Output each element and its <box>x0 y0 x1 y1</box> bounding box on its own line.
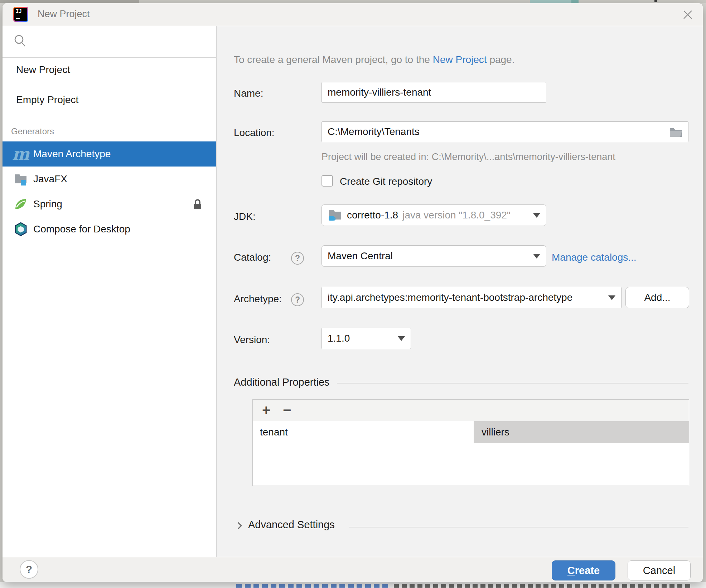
browse-folder-icon[interactable] <box>669 126 683 138</box>
dialog-titlebar[interactable]: IJ New Project <box>3 3 703 26</box>
location-input[interactable] <box>321 121 688 142</box>
additional-properties-title: Additional Properties <box>234 376 330 388</box>
manage-catalogs-link[interactable]: Manage catalogs... <box>552 252 637 263</box>
create-git-label[interactable]: Create Git repository <box>340 176 432 187</box>
location-label: Location: <box>234 127 275 139</box>
advanced-settings-toggle[interactable]: Advanced Settings <box>248 519 335 531</box>
property-value-cell[interactable]: villiers <box>474 421 689 443</box>
sidebar-item-compose-for-desktop[interactable]: Compose for Desktop <box>3 217 216 242</box>
create-button-label: Create <box>567 565 600 577</box>
jdk-combobox[interactable]: corretto-1.8 java version "1.8.0_392" <box>321 204 546 226</box>
search-icon <box>13 34 28 49</box>
compose-hexagon-icon <box>13 221 29 237</box>
background-segment <box>654 0 657 2</box>
archetype-combobox[interactable]: ity.api.archetypes:memority-tenant-boots… <box>321 287 622 308</box>
dialog-title: New Project <box>38 9 90 20</box>
close-icon[interactable] <box>682 9 693 20</box>
hint-suffix: page. <box>487 54 515 65</box>
add-archetype-button[interactable]: Add... <box>625 287 689 308</box>
background-segment <box>530 0 571 3</box>
version-value: 1.1.0 <box>328 333 350 344</box>
archetype-value: ity.api.archetypes:memority-tenant-boots… <box>328 292 572 303</box>
intellij-logo-icon: IJ <box>13 7 28 22</box>
archetype-label: Archetype: <box>234 293 282 305</box>
sidebar-item-label: Spring <box>33 198 62 210</box>
jdk-name: corretto-1.8 <box>347 209 398 221</box>
properties-toolbar <box>253 400 689 421</box>
create-git-checkbox[interactable] <box>321 175 333 187</box>
minus-icon[interactable] <box>283 400 291 421</box>
spring-leaf-icon <box>13 196 29 212</box>
clipped-background-text <box>236 584 391 588</box>
section-divider <box>349 527 688 527</box>
catalog-help-icon[interactable] <box>291 252 304 265</box>
generators-section-label: Generators <box>11 126 54 136</box>
background-window-sliver <box>0 582 706 588</box>
additional-properties-table: tenant villiers <box>252 399 689 486</box>
catalog-label: Catalog: <box>234 252 271 263</box>
name-label: Name: <box>234 88 263 99</box>
chevron-right-icon[interactable] <box>235 522 242 529</box>
generators-sidebar: New Project Empty Project Generators m M… <box>3 26 217 557</box>
create-button[interactable]: Create <box>552 560 615 580</box>
catalog-combobox[interactable]: Maven Central <box>321 245 546 267</box>
dialog-footer: ? Create Cancel <box>3 557 703 582</box>
sidebar-item-label: Maven Archetype <box>33 148 111 160</box>
sidebar-item-empty-project[interactable]: Empty Project <box>3 91 216 109</box>
sidebar-item-label: Compose for Desktop <box>33 223 130 235</box>
property-key-cell[interactable]: tenant <box>253 421 474 443</box>
archetype-help-icon[interactable] <box>291 293 304 306</box>
project-location-note: Project will be created in: C:\Memority\… <box>321 151 615 163</box>
chevron-down-icon <box>608 295 615 300</box>
background-segment <box>0 0 139 3</box>
new-project-dialog: IJ New Project New Project Empty Project… <box>2 3 703 582</box>
cancel-button[interactable]: Cancel <box>628 560 691 580</box>
section-divider <box>337 383 688 384</box>
help-button[interactable]: ? <box>20 560 38 579</box>
name-input[interactable] <box>321 82 546 103</box>
jdk-version: java version "1.8.0_392" <box>402 209 511 221</box>
jdk-folder-cup-icon <box>328 208 343 222</box>
version-label: Version: <box>234 334 270 346</box>
sidebar-item-label: JavaFX <box>33 173 67 185</box>
chevron-down-icon <box>398 336 405 341</box>
hint-prefix: To create a general Maven project, go to… <box>234 54 433 65</box>
maven-hint-text: To create a general Maven project, go to… <box>234 54 514 66</box>
table-row[interactable]: tenant villiers <box>253 421 689 443</box>
version-combobox[interactable]: 1.1.0 <box>321 328 411 349</box>
jdk-label: JDK: <box>234 211 256 222</box>
sidebar-item-spring[interactable]: Spring <box>3 192 216 217</box>
sidebar-item-new-project[interactable]: New Project <box>3 61 216 78</box>
sidebar-item-maven-archetype[interactable]: m Maven Archetype <box>3 141 216 167</box>
background-app-strip <box>0 0 706 3</box>
catalog-value: Maven Central <box>328 250 393 262</box>
new-project-link[interactable]: New Project <box>433 54 487 65</box>
plus-icon[interactable] <box>262 400 270 421</box>
clipped-background-text <box>394 584 690 588</box>
chevron-down-icon <box>533 213 540 218</box>
background-segment <box>571 0 579 3</box>
lock-icon <box>193 198 203 211</box>
sidebar-search[interactable] <box>3 26 216 58</box>
javafx-folder-icon <box>13 171 29 187</box>
chevron-down-icon <box>533 254 540 259</box>
sidebar-item-javafx[interactable]: JavaFX <box>3 167 216 192</box>
maven-m-icon: m <box>13 146 29 162</box>
